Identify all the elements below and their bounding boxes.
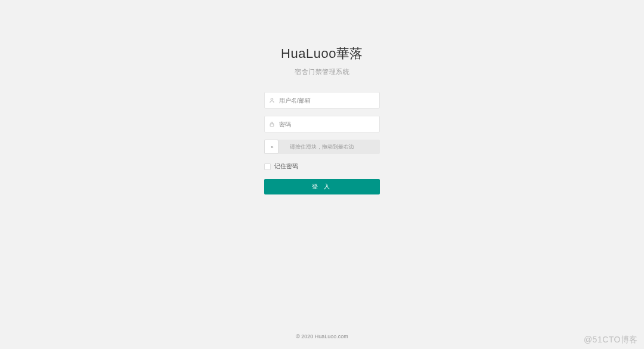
chevron-right-icon: »	[271, 144, 271, 150]
username-field-wrap	[264, 92, 380, 109]
captcha-slider[interactable]: » 请按住滑块，拖动到最右边	[264, 140, 380, 154]
remember-label: 记住密码	[274, 162, 298, 171]
slider-handle[interactable]: »	[264, 140, 278, 154]
password-field-wrap	[264, 116, 380, 132]
login-button[interactable]: 登 入	[264, 179, 380, 194]
remember-row: 记住密码	[264, 162, 380, 171]
username-input[interactable]	[279, 92, 379, 108]
lock-icon	[265, 121, 279, 127]
user-icon	[265, 97, 279, 103]
watermark: @51CTO博客	[584, 335, 638, 345]
page-subtitle: 宿舍门禁管理系统	[295, 67, 349, 76]
svg-point-0	[271, 98, 273, 101]
login-form: » 请按住滑块，拖动到最右边 记住密码 登 入	[264, 92, 380, 194]
remember-checkbox[interactable]	[264, 163, 271, 170]
page-title: HuaLuoo華落	[281, 45, 363, 63]
password-input[interactable]	[279, 116, 379, 132]
svg-rect-1	[270, 124, 274, 126]
footer-copyright: © 2020 HuaLuoo.com	[0, 333, 644, 339]
login-container: HuaLuoo華落 宿舍门禁管理系统 » 请按住滑块，拖动到最右边 记住密码 登…	[0, 0, 644, 194]
slider-hint: 请按住滑块，拖动到最右边	[290, 143, 354, 151]
